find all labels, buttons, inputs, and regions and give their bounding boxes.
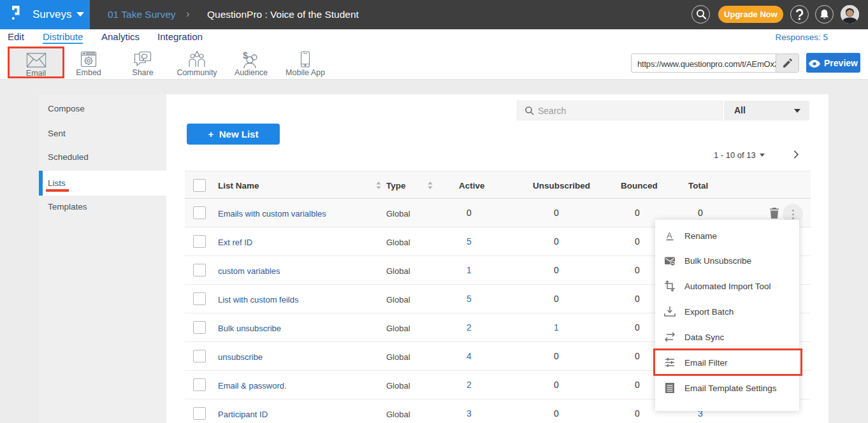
svg-text:A: A bbox=[667, 231, 672, 240]
